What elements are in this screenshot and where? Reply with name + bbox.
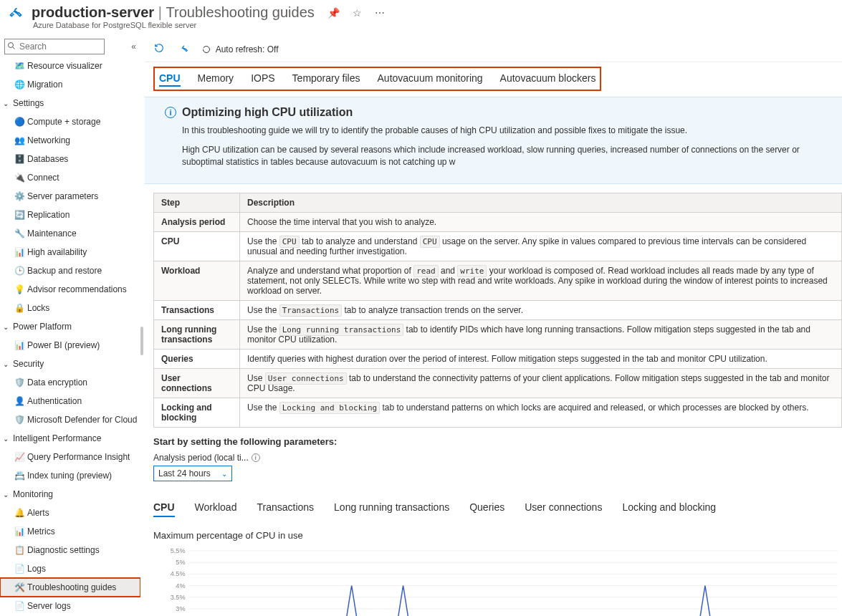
table-row: Long running transactionsUse the Long ru… xyxy=(154,320,842,350)
splitter-handle[interactable] xyxy=(140,37,145,616)
svg-text:5%: 5% xyxy=(176,559,185,567)
logs-icon: 📄 xyxy=(14,564,24,574)
sidebar-group-label: Power Platform xyxy=(13,322,72,332)
table-row: Analysis periodChoose the time interval … xyxy=(154,213,842,232)
sub-tab[interactable]: User connections xyxy=(525,501,602,517)
step-name: Locking and blocking xyxy=(154,398,240,428)
star-icon[interactable]: ☆ xyxy=(353,7,362,19)
sidebar-item[interactable]: 🔄Replication xyxy=(0,206,140,224)
table-row: QueriesIdentify queries with highest dur… xyxy=(154,350,842,369)
sidebar-item[interactable]: 👤Authentication xyxy=(0,392,140,410)
main-tab[interactable]: CPU xyxy=(159,71,181,87)
sub-tab[interactable]: Transactions xyxy=(257,501,314,517)
sidebar-group[interactable]: ⌄Intelligent Performance xyxy=(0,429,140,448)
steps-table: StepDescriptionAnalysis periodChoose the… xyxy=(153,193,842,428)
sidebar-item[interactable]: 📊Metrics xyxy=(0,522,140,541)
step-name: Queries xyxy=(154,350,240,369)
main-tab[interactable]: Autovacuum blockers xyxy=(500,71,596,87)
sidebar-item-label: Compute + storage xyxy=(27,117,100,127)
table-header: Step xyxy=(154,193,240,213)
db-icon: 🗄️ xyxy=(14,154,24,164)
more-icon[interactable]: ⋯ xyxy=(375,7,385,19)
sub-tab[interactable]: Locking and blocking xyxy=(622,501,716,517)
sidebar-group[interactable]: ⌄Settings xyxy=(0,94,140,112)
sub-tab[interactable]: CPU xyxy=(153,501,175,517)
sidebar-item-label: Databases xyxy=(27,154,68,164)
chevron-down-icon: ⌄ xyxy=(3,491,9,499)
step-desc: Use the CPU tab to analyze and understan… xyxy=(240,232,842,261)
main-tab[interactable]: Temporary files xyxy=(292,71,360,87)
main-tab[interactable]: IOPS xyxy=(251,71,274,87)
sidebar-item-label: Backup and restore xyxy=(27,266,102,276)
sidebar-item-label: Locks xyxy=(27,303,49,313)
sidebar-group[interactable]: ⌄Monitoring xyxy=(0,485,140,504)
collapse-sidebar-icon[interactable]: « xyxy=(131,42,136,52)
sidebar-item-label: Alerts xyxy=(27,508,49,518)
info-paragraph: High CPU utilization can be caused by se… xyxy=(165,144,822,168)
sidebar-item[interactable]: 🗺️Resource visualizer xyxy=(0,57,140,75)
sidebar-group[interactable]: ⌄Security xyxy=(0,355,140,373)
sidebar-item[interactable]: 👥Networking xyxy=(0,131,140,150)
info-title: Optimizing high CPU utilization xyxy=(182,106,353,119)
chevron-down-icon: ⌄ xyxy=(3,323,9,331)
sidebar-item[interactable]: 🛡️Microsoft Defender for Cloud xyxy=(0,410,140,429)
sidebar-item[interactable]: 🔔Alerts xyxy=(0,504,140,522)
sidebar-item[interactable]: 🔧Maintenance xyxy=(0,224,140,243)
globe-icon: 🌐 xyxy=(14,80,24,90)
sidebar-item[interactable]: 📋Diagnostic settings xyxy=(0,541,140,559)
sidebar-item-label: Server logs xyxy=(27,601,71,611)
sub-tab[interactable]: Queries xyxy=(469,501,504,517)
chevron-down-icon: ⌄ xyxy=(3,360,9,368)
sidebar-item[interactable]: 🛡️Data encryption xyxy=(0,373,140,392)
sidebar-item[interactable]: 📊High availability xyxy=(0,243,140,261)
sidebar-group-label: Settings xyxy=(13,98,44,108)
sidebar-nav: 🗺️Resource visualizer🌐Migration⌄Settings… xyxy=(0,57,140,616)
analysis-period-dropdown[interactable]: Last 24 hours ⌄ xyxy=(153,466,232,481)
sidebar-item-label: Query Performance Insight xyxy=(27,452,130,462)
sidebar-item[interactable]: 🔌Connect xyxy=(0,168,140,187)
metrics-icon: 📊 xyxy=(14,526,24,536)
defender-icon: 🛡️ xyxy=(14,415,24,425)
sidebar-item[interactable]: 📇Index tuning (preview) xyxy=(0,466,140,485)
step-desc: Use the Transactions tab to analyze tran… xyxy=(240,301,842,320)
pin-icon[interactable]: 📌 xyxy=(327,7,340,19)
sidebar-item[interactable]: 📊Power BI (preview) xyxy=(0,336,140,355)
sub-tab[interactable]: Workload xyxy=(195,501,237,517)
auto-refresh-label[interactable]: Auto refresh: Off xyxy=(202,44,279,54)
backup-icon: 🕒 xyxy=(14,266,24,276)
sidebar-item[interactable]: ⚙️Server parameters xyxy=(0,187,140,206)
info-icon: i xyxy=(165,107,176,118)
diag-icon: 📋 xyxy=(14,545,24,555)
sub-tab[interactable]: Long running transactions xyxy=(334,501,449,517)
sidebar-search-input[interactable] xyxy=(4,39,105,54)
step-name: CPU xyxy=(154,232,240,261)
info-dot-icon[interactable]: i xyxy=(252,453,260,462)
sidebar-item[interactable]: 🗄️Databases xyxy=(0,150,140,168)
chart-title: Maximum percentage of CPU in use xyxy=(153,530,842,541)
sidebar-item[interactable]: 📈Query Performance Insight xyxy=(0,448,140,466)
sidebar-item[interactable]: 🌐Migration xyxy=(0,75,140,94)
sidebar-group[interactable]: ⌄Power Platform xyxy=(0,317,140,336)
sidebar-item[interactable]: 🛠️Troubleshooting guides xyxy=(0,578,140,597)
wrench-icon xyxy=(9,4,23,21)
step-desc: Identify queries with highest duration o… xyxy=(240,350,842,369)
refresh-icon[interactable] xyxy=(153,43,165,55)
sidebar-item-label: Diagnostic settings xyxy=(27,545,100,555)
visual-icon: 🗺️ xyxy=(14,61,24,71)
svg-point-0 xyxy=(9,43,14,48)
main-tab[interactable]: Autovacuum monitoring xyxy=(378,71,483,87)
sidebar-item[interactable]: 📄Server logs xyxy=(0,597,140,615)
qpi-icon: 📈 xyxy=(14,452,24,462)
info-banner: i Optimizing high CPU utilization In thi… xyxy=(145,97,842,184)
sidebar-item[interactable]: 📄Logs xyxy=(0,559,140,578)
sidebar-item[interactable]: 💡Advisor recommendations xyxy=(0,280,140,299)
sidebar-item-label: Authentication xyxy=(27,396,82,406)
svg-text:4.5%: 4.5% xyxy=(171,571,186,578)
sidebar-item[interactable]: 🕒Backup and restore xyxy=(0,261,140,280)
sidebar-item-label: Migration xyxy=(27,80,62,90)
sidebar-item[interactable]: 🔵Compute + storage xyxy=(0,112,140,131)
sidebar-item[interactable]: 🔒Locks xyxy=(0,299,140,317)
sidebar-item-label: Replication xyxy=(27,210,70,220)
main-tab[interactable]: Memory xyxy=(198,71,234,87)
wrench-small-icon[interactable] xyxy=(178,43,189,55)
